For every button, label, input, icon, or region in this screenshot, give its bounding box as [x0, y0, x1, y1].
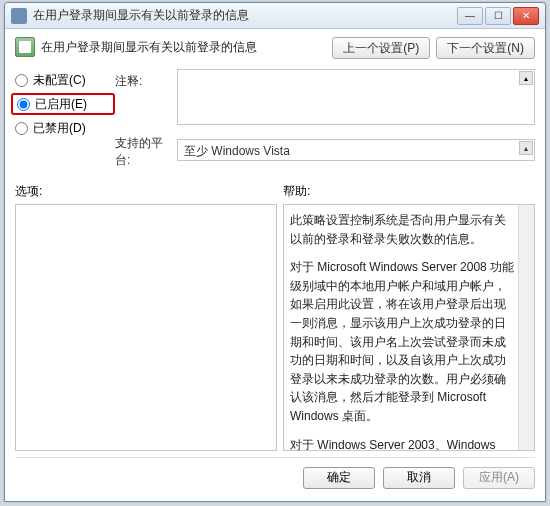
help-text[interactable]: 此策略设置控制系统是否向用户显示有关以前的登录和登录失败次数的信息。 对于 Mi… [284, 205, 534, 450]
radio-not-configured[interactable]: 未配置(C) [15, 69, 111, 91]
platform-scroll-up-icon[interactable]: ▴ [519, 141, 533, 155]
policy-icon [15, 37, 35, 57]
options-label: 选项: [15, 183, 283, 200]
remark-row: 注释: ▴ [115, 69, 535, 125]
radio-enabled[interactable]: 已启用(E) [11, 93, 115, 115]
panels: 此策略设置控制系统是否向用户显示有关以前的登录和登录失败次数的信息。 对于 Mi… [15, 204, 535, 451]
help-p2: 对于 Microsoft Windows Server 2008 功能级别域中的… [290, 258, 516, 425]
app-icon [11, 8, 27, 24]
policy-title: 在用户登录期间显示有关以前登录的信息 [41, 37, 332, 56]
platform-label: 支持的平台: [115, 131, 177, 169]
dialog-window: 在用户登录期间显示有关以前登录的信息 — ☐ ✕ 在用户登录期间显示有关以前登录… [4, 2, 546, 502]
cancel-button[interactable]: 取消 [383, 467, 455, 489]
platform-box: 至少 Windows Vista ▴ [177, 139, 535, 161]
help-panel: 此策略设置控制系统是否向用户显示有关以前的登录和登录失败次数的信息。 对于 Mi… [283, 204, 535, 451]
radio-group: 未配置(C) 已启用(E) 已禁用(D) [15, 69, 111, 169]
window-title: 在用户登录期间显示有关以前登录的信息 [33, 7, 457, 24]
remark-label: 注释: [115, 69, 177, 90]
radio-disabled-label: 已禁用(D) [33, 120, 86, 137]
radio-not-configured-label: 未配置(C) [33, 72, 86, 89]
content-area: 在用户登录期间显示有关以前登录的信息 上一个设置(P) 下一个设置(N) 未配置… [5, 29, 545, 501]
footer: 确定 取消 应用(A) [15, 457, 535, 491]
help-p3: 对于 Windows Server 2003、Windows 2000 本机或 … [290, 436, 516, 450]
help-p1: 此策略设置控制系统是否向用户显示有关以前的登录和登录失败次数的信息。 [290, 211, 516, 248]
prev-setting-button[interactable]: 上一个设置(P) [332, 37, 430, 59]
nav-buttons: 上一个设置(P) 下一个设置(N) [332, 37, 535, 59]
radio-enabled-label: 已启用(E) [35, 96, 87, 113]
maximize-button[interactable]: ☐ [485, 7, 511, 25]
panel-labels: 选项: 帮助: [15, 183, 535, 200]
radio-enabled-input[interactable] [17, 98, 30, 111]
radio-not-configured-input[interactable] [15, 74, 28, 87]
options-panel[interactable] [15, 204, 277, 451]
window-controls: — ☐ ✕ [457, 7, 539, 25]
remark-area: 注释: ▴ 支持的平台: 至少 Windows Vista ▴ [115, 69, 535, 169]
help-scrollbar[interactable] [518, 205, 534, 450]
remark-textarea[interactable]: ▴ [177, 69, 535, 125]
help-label: 帮助: [283, 183, 310, 200]
apply-button[interactable]: 应用(A) [463, 467, 535, 489]
next-setting-button[interactable]: 下一个设置(N) [436, 37, 535, 59]
radio-disabled[interactable]: 已禁用(D) [15, 117, 111, 139]
config-area: 未配置(C) 已启用(E) 已禁用(D) 注释: ▴ [15, 69, 535, 169]
platform-value: 至少 Windows Vista [184, 144, 290, 158]
close-button[interactable]: ✕ [513, 7, 539, 25]
platform-row: 支持的平台: 至少 Windows Vista ▴ [115, 131, 535, 169]
radio-disabled-input[interactable] [15, 122, 28, 135]
minimize-button[interactable]: — [457, 7, 483, 25]
ok-button[interactable]: 确定 [303, 467, 375, 489]
remark-scroll-up-icon[interactable]: ▴ [519, 71, 533, 85]
titlebar[interactable]: 在用户登录期间显示有关以前登录的信息 — ☐ ✕ [5, 3, 545, 29]
header-row: 在用户登录期间显示有关以前登录的信息 上一个设置(P) 下一个设置(N) [15, 37, 535, 59]
